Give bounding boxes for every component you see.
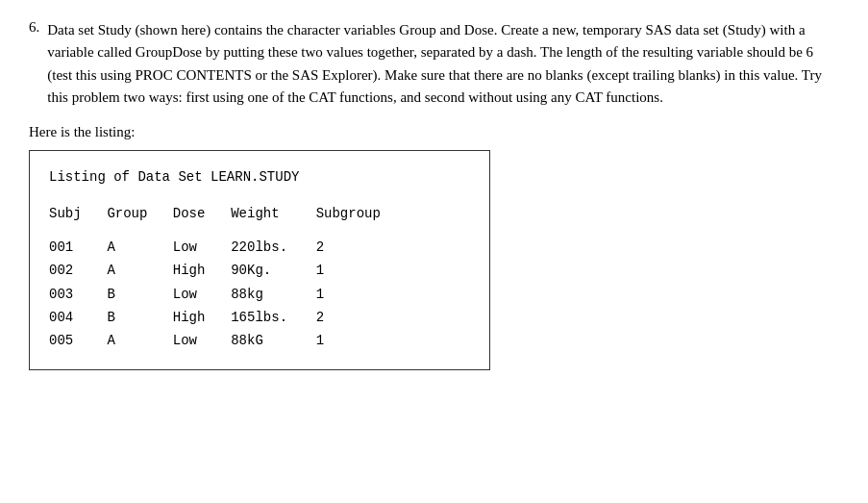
- col-header-dose: Dose: [173, 203, 223, 224]
- table-row: 003 B Low 88kg 1: [49, 284, 470, 305]
- cell-subgroup: 2: [316, 237, 374, 258]
- cell-group: B: [107, 284, 164, 305]
- table-row: 001 A Low 220lbs. 2: [49, 237, 470, 258]
- cell-subj: 003: [49, 284, 99, 305]
- cell-subgroup: 1: [316, 330, 374, 351]
- listing-box: Listing of Data Set LEARN.STUDY Subj Gro…: [29, 150, 490, 370]
- cell-subgroup: 1: [316, 260, 374, 281]
- cell-weight: 88kG: [231, 330, 308, 351]
- col-header-subgroup: Subgroup: [316, 203, 374, 224]
- cell-subgroup: 1: [316, 284, 374, 305]
- cell-subj: 004: [49, 307, 99, 328]
- cell-dose: High: [173, 260, 223, 281]
- cell-subj: 002: [49, 260, 99, 281]
- table-row: 002 A High 90Kg. 1: [49, 260, 470, 281]
- question-number: 6.: [29, 19, 39, 109]
- cell-dose: Low: [173, 237, 223, 258]
- cell-subj: 005: [49, 330, 99, 351]
- cell-weight: 88kg: [231, 284, 308, 305]
- question-text: Data set Study (shown here) contains the…: [47, 19, 839, 109]
- cell-dose: High: [173, 307, 223, 328]
- table-row: 004 B High 165lbs. 2: [49, 307, 470, 328]
- listing-data-rows: 001 A Low 220lbs. 2 002 A High 90Kg. 1 0…: [49, 237, 470, 352]
- cell-dose: Low: [173, 330, 223, 351]
- listing-title: Listing of Data Set LEARN.STUDY: [49, 166, 470, 188]
- here-label: Here is the listing:: [29, 124, 839, 140]
- cell-group: A: [107, 237, 164, 258]
- col-header-subj: Subj: [49, 203, 99, 224]
- cell-group: A: [107, 260, 164, 281]
- cell-group: A: [107, 330, 164, 351]
- cell-dose: Low: [173, 284, 223, 305]
- cell-weight: 220lbs.: [231, 237, 308, 258]
- listing-header-row: Subj Group Dose Weight Subgroup: [49, 203, 470, 224]
- cell-subgroup: 2: [316, 307, 374, 328]
- cell-weight: 90Kg.: [231, 260, 308, 281]
- cell-weight: 165lbs.: [231, 307, 308, 328]
- table-row: 005 A Low 88kG 1: [49, 330, 470, 351]
- cell-subj: 001: [49, 237, 99, 258]
- cell-group: B: [107, 307, 164, 328]
- question-block: 6. Data set Study (shown here) contains …: [29, 19, 839, 109]
- col-header-weight: Weight: [231, 203, 308, 224]
- col-header-group: Group: [107, 203, 164, 224]
